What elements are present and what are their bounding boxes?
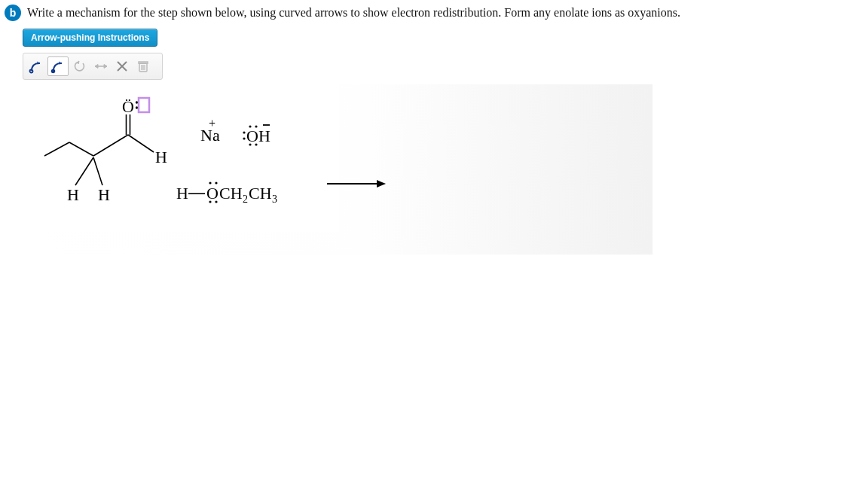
curved-arrow-filled-dot-tool[interactable] [47,56,69,76]
svg-point-27 [255,143,257,145]
svg-text:CH: CH [219,184,243,203]
svg-point-0 [30,70,33,73]
svg-line-10 [44,142,69,156]
svg-point-31 [209,181,211,184]
svg-text:H: H [176,184,188,203]
curved-arrow-open-dot-tool[interactable] [26,57,46,75]
svg-text:2: 2 [243,194,248,205]
delete-tool[interactable] [133,57,153,75]
carbonyl-oxygen-atom[interactable]: Ö [122,97,134,116]
part-badge: b [5,5,21,21]
sodium-charge: + [209,117,215,130]
svg-line-17 [128,135,154,152]
svg-text:O: O [206,184,219,203]
svg-point-25 [255,125,257,127]
hydroxide-anion[interactable]: OH [243,125,270,146]
svg-point-24 [249,125,251,127]
svg-rect-6 [139,62,148,63]
alpha-hydrogen-2[interactable]: H [98,185,110,204]
drawing-toolbar [23,53,163,80]
svg-point-34 [215,200,217,203]
svg-point-22 [243,131,245,133]
ethanol-molecule[interactable]: H O CH 2 CH 3 [176,181,277,205]
svg-point-33 [209,200,211,203]
mechanism-canvas[interactable]: Ö H H H Na + [23,81,339,232]
svg-point-23 [243,137,245,139]
svg-point-19 [136,106,138,108]
svg-text:CH: CH [249,184,272,203]
svg-text:OH: OH [246,127,270,145]
svg-text:3: 3 [272,194,277,205]
svg-line-16 [93,157,102,185]
svg-point-18 [136,101,138,103]
svg-line-11 [69,142,93,156]
lone-pair-selection[interactable] [139,98,149,112]
svg-point-32 [215,181,217,184]
resonance-arrow-tool[interactable] [91,57,111,75]
aldehyde-hydrogen[interactable]: H [155,148,167,166]
reaction-arrow-icon [326,178,386,189]
reaction-panel: Ö H H H Na + [23,84,653,255]
arrow-pushing-instructions-button[interactable]: Arrow-pushing Instructions [23,29,157,47]
svg-line-15 [75,157,93,185]
svg-point-26 [249,143,251,145]
svg-line-12 [93,135,128,156]
clear-tool[interactable] [112,57,132,75]
undo-tool[interactable] [70,57,90,75]
question-text: Write a mechanism for the step shown bel… [27,6,680,20]
svg-point-1 [52,70,55,73]
alpha-hydrogen-1[interactable]: H [67,185,79,204]
